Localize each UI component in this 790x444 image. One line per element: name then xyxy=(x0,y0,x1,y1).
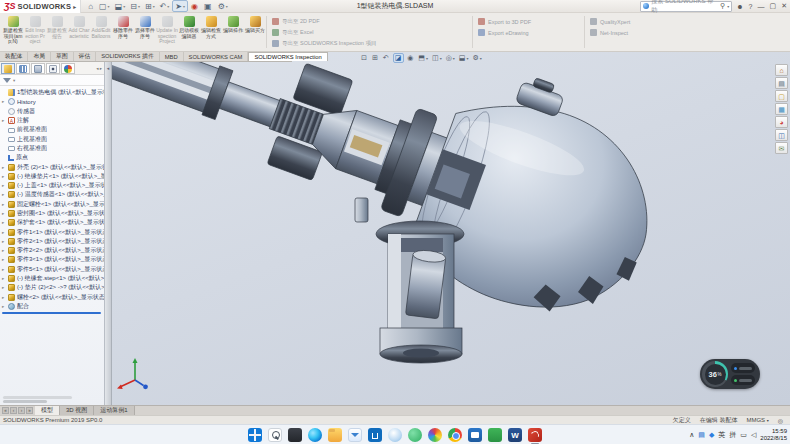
tree-item[interactable]: ▸ 保护套<1> (默认<<默认>_显示状态 xyxy=(0,218,104,227)
view-tab[interactable]: 模型 xyxy=(35,406,60,415)
units-selector[interactable]: MMGS ▾ xyxy=(746,417,768,423)
tray-icon[interactable]: ◁ xyxy=(751,431,756,439)
tree-item[interactable]: 右视基准面 xyxy=(0,144,104,153)
tree-item[interactable]: 前视基准面 xyxy=(0,125,104,134)
tree-item[interactable]: ▸ 固定螺栓<1> (默认<<默认>_显示状 xyxy=(0,200,104,209)
ribbon-button[interactable]: 选择零件序号 xyxy=(134,14,156,51)
quick-access-button[interactable]: ▢▾ xyxy=(97,0,112,12)
taskpane-icon[interactable]: ✉ xyxy=(775,142,788,154)
assembly-model[interactable] xyxy=(112,52,790,405)
tray-icon[interactable]: 拼 xyxy=(729,430,736,440)
featuremanager-tab[interactable] xyxy=(61,63,75,74)
tray-icon[interactable]: ▭ xyxy=(740,431,747,439)
help-button[interactable]: ? xyxy=(749,3,753,10)
tree-item[interactable]: 1型铠装热电偶 (默认<默认_显示状态-1>) xyxy=(0,88,104,97)
scrollbar-thumb-1[interactable] xyxy=(3,396,72,399)
tree-item[interactable]: ▸ 注解 xyxy=(0,116,104,125)
headsup-tool-icon[interactable]: ◫▾ xyxy=(431,53,443,63)
ribbon-button[interactable]: Add Characteristic xyxy=(68,14,90,51)
tree-item[interactable]: ▸ (-) 绝缘垫片<1> (默认<<默认>_显示 xyxy=(0,172,104,181)
tree-item[interactable]: ▸ (-) 垫片 (2)<2> ->? (默认<<默认>_ xyxy=(0,283,104,292)
tray-icon[interactable]: ∧ xyxy=(689,431,694,439)
model-stud[interactable] xyxy=(355,198,368,222)
headsup-tool-icon[interactable]: ↶ xyxy=(382,53,391,63)
tree-item[interactable]: ▸ 零件2<2> (默认<<默认>_显示状态- xyxy=(0,246,104,255)
tree-item[interactable]: ▸ 零件5<1> (默认<<默认>_显示状态- xyxy=(0,265,104,274)
view-tab-nav-button[interactable]: » xyxy=(26,407,33,414)
headsup-tool-icon[interactable]: ⚙▾ xyxy=(471,53,482,63)
view-tab-nav-button[interactable]: › xyxy=(18,407,25,414)
taskbar-app-icon[interactable] xyxy=(368,428,382,442)
tree-item[interactable]: ▸ 零件3<1> (默认<<默认>_显示状态- xyxy=(0,255,104,264)
quick-access-button[interactable]: ⊟▾ xyxy=(128,0,142,12)
taskbar-app-icon[interactable] xyxy=(268,428,282,442)
taskbar-app-icon[interactable] xyxy=(488,428,502,442)
featuremanager-tab[interactable] xyxy=(46,63,60,74)
ribbon-button[interactable]: 新建检查报告 xyxy=(46,14,68,51)
ribbon-button[interactable]: 编辑买方 xyxy=(244,14,266,51)
taskbar-app-icon[interactable]: W xyxy=(508,428,522,442)
tree-item[interactable]: 传感器 xyxy=(0,107,104,116)
tray-icon[interactable]: ▤ xyxy=(698,431,705,439)
ribbon-button[interactable]: 启动模板编辑器 xyxy=(178,14,200,51)
tree-item[interactable]: ▸ History xyxy=(0,97,104,106)
taskpane-icon[interactable]: ◕ xyxy=(775,116,788,128)
tree-item[interactable]: ▸ 螺栓<2> (默认<<默认>_显示状态- xyxy=(0,293,104,302)
taskbar-app-icon[interactable] xyxy=(468,428,482,442)
ribbon-button[interactable]: Update Inspection Project xyxy=(156,14,178,51)
taskpane-icon[interactable]: ▦ xyxy=(775,103,788,115)
tree-item[interactable]: 上视基准面 xyxy=(0,134,104,143)
export-command[interactable]: Net-Inspect xyxy=(590,27,630,38)
quick-access-button[interactable]: ⌂ xyxy=(86,0,96,12)
tree-item[interactable]: ▸ 零件2<1> (默认<<默认>_显示状态- xyxy=(0,237,104,246)
headsup-tool-icon[interactable]: ⊡ xyxy=(360,53,369,63)
taskpane-icon[interactable]: ⌂ xyxy=(775,64,788,76)
panel-tab-arrows[interactable]: ◂ ▸ xyxy=(96,66,103,71)
commandmanager-tab[interactable]: 装配体 xyxy=(0,52,28,61)
quick-access-button[interactable]: ◉ xyxy=(189,0,201,12)
tree-item[interactable]: ▸ 零件1<1> (默认<<默认>_显示状态- xyxy=(0,227,104,236)
featuremanager-tab[interactable] xyxy=(16,63,30,74)
taskbar-app-icon[interactable] xyxy=(288,428,302,442)
taskbar-app-icon[interactable] xyxy=(428,428,442,442)
taskbar-app-icon[interactable] xyxy=(528,428,542,442)
taskpane-icon[interactable]: ◫ xyxy=(775,129,788,141)
panel-collapse-icon[interactable]: ◂ xyxy=(107,65,110,405)
quick-access-button[interactable]: ➤▾ xyxy=(172,0,188,12)
featuremanager-tab[interactable] xyxy=(31,63,45,74)
quick-access-button[interactable]: ⬓▾ xyxy=(113,0,128,12)
export-command[interactable]: 导出至 2D PDF xyxy=(272,16,376,27)
export-command[interactable]: Export to 3D PDF xyxy=(478,16,531,27)
minimize-button[interactable]: — xyxy=(758,3,765,10)
model-inner-sleeve[interactable] xyxy=(405,253,445,319)
tree-filter[interactable]: ▾ xyxy=(0,75,104,86)
search-icon[interactable]: ⚲ xyxy=(720,2,725,10)
tray-icon[interactable]: 英 xyxy=(718,430,725,440)
ribbon-button[interactable]: 移除零件序号 xyxy=(112,14,134,51)
commandmanager-tab[interactable]: 草图 xyxy=(51,52,74,61)
taskbar-app-icon[interactable] xyxy=(408,428,422,442)
search-input[interactable]: 搜索 SOLIDWORKS 帮助 ⚲ ▾ xyxy=(640,1,732,12)
export-command[interactable]: Export eDrawing xyxy=(478,27,531,38)
search-dropdown-icon[interactable]: ▾ xyxy=(727,4,729,9)
ribbon-button[interactable]: 编辑检查方式 xyxy=(200,14,222,51)
logo-flyout-arrow-icon[interactable]: ▸ xyxy=(73,3,76,10)
headsup-tool-icon[interactable]: ◪ xyxy=(393,53,405,63)
quick-access-button[interactable]: ⊞▾ xyxy=(143,0,157,12)
tree-item[interactable]: ▸ (-) 绝缘套.step<1> (默认<<默认>_ xyxy=(0,274,104,283)
close-button[interactable]: ✕ xyxy=(781,2,787,10)
tree-item[interactable]: ▸ 外壳 (2)<1> (默认<<默认>_显示状态 xyxy=(0,162,104,171)
ribbon-button[interactable]: 编辑操作 xyxy=(222,14,244,51)
export-command[interactable]: 导出至 Excel xyxy=(272,27,376,38)
filter-dropdown-icon[interactable]: ▾ xyxy=(13,78,15,83)
user-account-icon[interactable]: ☻ xyxy=(736,3,743,10)
headsup-tool-icon[interactable]: ⊞ xyxy=(371,53,380,63)
rollback-bar[interactable] xyxy=(2,312,101,314)
screen-recorder-widget[interactable]: 36% xyxy=(700,359,760,389)
recorder-button-2[interactable] xyxy=(731,375,755,385)
commandmanager-tab[interactable]: SOLIDWORKS Inspection xyxy=(248,52,327,61)
tray-icon[interactable]: ◆ xyxy=(709,431,714,439)
quick-access-button[interactable]: ⚙▾ xyxy=(216,0,230,12)
taskbar-app-icon[interactable] xyxy=(328,428,342,442)
export-command[interactable]: QualityXpert xyxy=(590,16,630,27)
